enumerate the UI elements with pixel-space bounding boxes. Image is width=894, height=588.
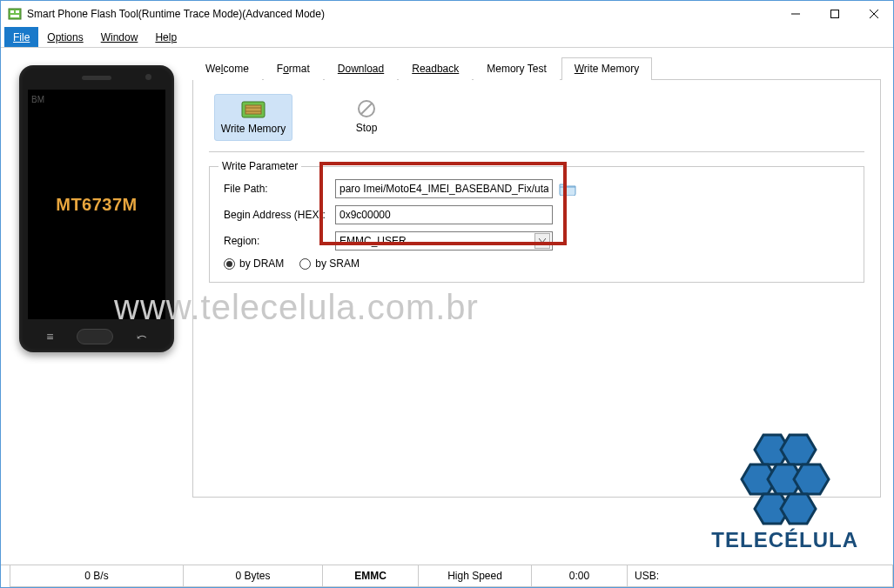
status-storage: EMMC xyxy=(323,565,419,587)
chip-label: MT6737M xyxy=(56,195,138,215)
window-title: Smart Phone Flash Tool(Runtime Trace Mod… xyxy=(27,8,776,20)
tab-format[interactable]: Format xyxy=(264,57,323,80)
tab-write-memory[interactable]: Write Memory xyxy=(561,57,652,80)
menu-file[interactable]: File xyxy=(4,27,38,47)
tab-content: Write Memory Stop Write Parameter File P… xyxy=(192,80,881,498)
maximize-button[interactable] xyxy=(815,1,854,27)
menubar: File Options Window Help xyxy=(1,27,893,48)
menu-help[interactable]: Help xyxy=(146,27,185,47)
status-usb: USB: xyxy=(628,565,893,587)
device-preview-pane: BM MT6737M ≡ ⤺ xyxy=(1,48,192,565)
tab-download[interactable]: Download xyxy=(325,57,397,80)
tab-memory-test[interactable]: Memory Test xyxy=(474,57,559,80)
radio-icon xyxy=(224,258,235,270)
stop-button[interactable]: Stop xyxy=(327,94,406,141)
window-titlebar: Smart Phone Flash Tool(Runtime Trace Mod… xyxy=(1,1,893,27)
region-value: EMMC_USER xyxy=(339,235,407,247)
filepath-label: File Path: xyxy=(224,183,335,195)
stop-icon xyxy=(354,99,379,118)
phone-illustration: BM MT6737M ≡ ⤺ xyxy=(19,65,174,352)
close-button[interactable] xyxy=(854,1,893,27)
svg-rect-5 xyxy=(830,10,838,18)
nav-home-icon xyxy=(77,329,113,344)
folder-icon xyxy=(559,182,576,196)
status-time: 0:00 xyxy=(532,565,628,587)
fieldset-legend: Write Parameter xyxy=(218,160,301,172)
svg-rect-0 xyxy=(9,9,21,19)
filepath-input[interactable] xyxy=(335,179,553,198)
tab-welcome[interactable]: Welcome xyxy=(192,57,262,80)
minimize-button[interactable] xyxy=(776,1,815,27)
svg-rect-1 xyxy=(10,10,14,13)
nav-back-icon: ⤺ xyxy=(137,330,147,344)
phone-bm-label: BM xyxy=(31,95,44,104)
radio-by-dram[interactable]: by DRAM xyxy=(224,257,284,270)
write-memory-button[interactable]: Write Memory xyxy=(214,94,292,141)
app-icon xyxy=(8,7,22,21)
begin-address-input[interactable] xyxy=(335,205,553,224)
svg-rect-9 xyxy=(245,105,261,114)
begin-address-label: Begin Address (HEX): xyxy=(224,209,335,221)
chevron-down-icon xyxy=(534,233,550,249)
status-speed: 0 B/s xyxy=(10,565,184,587)
status-bytes: 0 Bytes xyxy=(184,565,323,587)
svg-rect-3 xyxy=(10,15,19,17)
status-mode: High Speed xyxy=(419,565,532,587)
radio-icon xyxy=(299,258,311,270)
menu-options[interactable]: Options xyxy=(38,27,91,47)
nav-menu-icon: ≡ xyxy=(46,330,53,344)
radio-by-sram[interactable]: by SRAM xyxy=(299,257,360,270)
region-label: Region: xyxy=(224,235,335,247)
browse-button[interactable] xyxy=(558,180,577,197)
svg-rect-2 xyxy=(16,10,19,13)
tab-strip: Welcome Format Download Readback Memory … xyxy=(192,57,881,80)
menu-window[interactable]: Window xyxy=(92,27,147,47)
statusbar: 0 B/s 0 Bytes EMMC High Speed 0:00 USB: xyxy=(1,565,893,587)
write-memory-icon xyxy=(241,100,266,119)
write-parameter-group: Write Parameter File Path: Begin Address… xyxy=(209,166,864,283)
tab-readback[interactable]: Readback xyxy=(399,57,472,80)
region-select[interactable]: EMMC_USER xyxy=(335,231,553,251)
svg-line-13 xyxy=(361,104,372,114)
